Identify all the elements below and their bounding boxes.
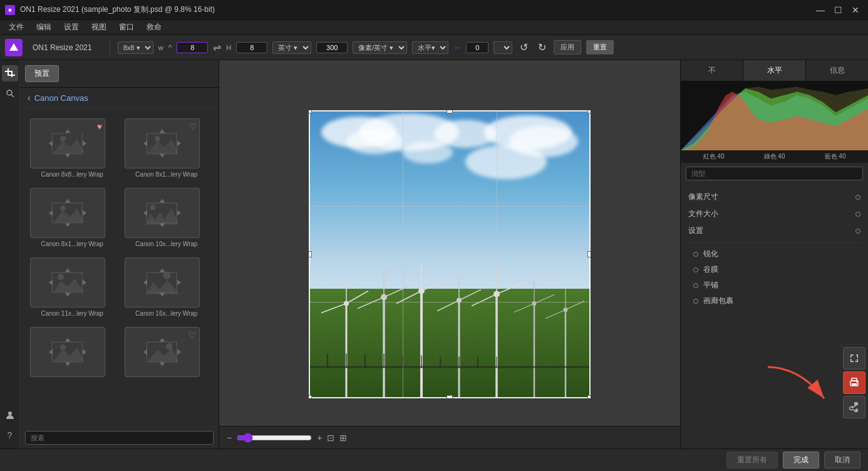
zoom-actual-icon[interactable]: ⊞	[339, 433, 347, 443]
svg-rect-64	[147, 272, 177, 274]
done-button[interactable]: 完成	[783, 452, 819, 468]
magnify-tool-icon[interactable]	[2, 85, 18, 101]
close-button[interactable]: ✕	[848, 4, 863, 16]
info-list: 像素尺寸 文件大小 设置 锐化 谷膜 平铺	[681, 184, 868, 313]
reset-all-button[interactable]: 重置所有	[726, 452, 778, 468]
svg-rect-22	[147, 153, 177, 154]
w-label: w	[158, 44, 163, 51]
info-row-settings[interactable]: 设置	[686, 223, 863, 239]
sub-row-grain[interactable]: 谷膜	[686, 262, 863, 277]
cloud-8	[465, 145, 547, 179]
dpi-input[interactable]	[316, 42, 348, 53]
menu-settings[interactable]: 设置	[58, 21, 85, 34]
maximize-button[interactable]: ☐	[830, 4, 845, 16]
pixel-size-label: 像素尺寸	[688, 192, 853, 202]
menu-help[interactable]: 救命	[140, 21, 168, 34]
preset-item-6[interactable]: Canon 16x...lery Wrap	[120, 252, 214, 322]
preset-item-8[interactable]: ♡	[120, 322, 214, 385]
handle-bl[interactable]	[309, 395, 312, 398]
person-icon[interactable]	[2, 407, 18, 423]
dpi-unit-select[interactable]: 像素/英寸 ▾	[353, 41, 407, 54]
unit-select[interactable]: 英寸 ▾	[272, 41, 311, 54]
size-preset-select[interactable]: 8x8 ▾	[118, 41, 153, 54]
rotate-ccw-button[interactable]: ↺	[517, 40, 530, 54]
cancel-button[interactable]: 取消	[824, 452, 860, 468]
handle-mr[interactable]	[587, 251, 591, 257]
handle-br[interactable]	[587, 395, 591, 398]
preset-item-7[interactable]	[25, 322, 120, 385]
search-input[interactable]	[25, 431, 214, 445]
toolbar-separator-1	[110, 40, 110, 55]
share-icon-btn[interactable]	[843, 396, 865, 418]
orientation-value-input[interactable]	[466, 42, 488, 53]
svg-line-123	[534, 295, 554, 304]
preset-thumb-8: ♡	[125, 327, 200, 377]
tile-label: 平铺	[703, 280, 718, 291]
sub-row-tile[interactable]: 平铺	[686, 278, 863, 292]
zoom-fit-icon[interactable]: ⊡	[327, 433, 334, 443]
svg-rect-44	[147, 222, 177, 224]
crop-tool-icon[interactable]	[2, 65, 18, 81]
expand-icon-btn[interactable]	[843, 347, 865, 370]
svg-point-148	[855, 410, 857, 411]
orientation-select[interactable]: 水平▾	[412, 41, 448, 54]
handle-ml[interactable]	[309, 251, 312, 257]
tab-bu[interactable]: 不	[681, 60, 743, 81]
menu-window[interactable]: 窗口	[113, 21, 140, 34]
info-row-pixel-size[interactable]: 像素尺寸	[686, 189, 863, 205]
svg-line-117	[472, 294, 497, 306]
canvas-area[interactable]: − + ⊡ ⊞	[219, 60, 680, 448]
svg-rect-8	[53, 133, 64, 135]
back-nav[interactable]: ‹ Canon Canvas	[20, 88, 219, 108]
minimize-button[interactable]: —	[813, 4, 828, 16]
tab-shuiping[interactable]: 水平	[743, 60, 806, 81]
print-icon-btn[interactable]	[843, 371, 865, 394]
menu-view[interactable]: 视图	[85, 21, 113, 34]
rotate-cw-button[interactable]: ↻	[535, 40, 549, 54]
handle-tl[interactable]	[309, 110, 312, 113]
zoom-slider[interactable]	[237, 433, 312, 443]
svg-rect-89	[176, 342, 177, 363]
type-input[interactable]	[686, 167, 863, 180]
file-size-label: 文件大小	[688, 209, 853, 219]
svg-line-127	[545, 310, 566, 319]
svg-point-146	[855, 403, 857, 405]
back-arrow-icon: ‹	[28, 93, 31, 103]
pixel-size-dot	[855, 195, 860, 200]
degree-select[interactable]: ▾	[493, 41, 512, 54]
sub-row-gallery-wrap[interactable]: 画廊包裹	[686, 294, 863, 308]
sub-row-sharpen[interactable]: 锐化	[686, 247, 863, 261]
canvas-container	[309, 110, 591, 398]
heart-outline-8: ♡	[189, 330, 197, 340]
svg-point-41	[150, 205, 155, 210]
menu-bar: 文件 编辑 设置 视图 窗口 救命	[0, 20, 868, 35]
width-input[interactable]	[177, 42, 208, 53]
apply-button[interactable]: 应用	[554, 40, 581, 54]
tab-xinxi[interactable]: 信息	[806, 60, 868, 81]
svg-line-118	[497, 284, 522, 294]
menu-edit[interactable]: 编辑	[30, 21, 58, 34]
preset-item-2[interactable]: ♡ Canon 8x1...lery Wrap	[120, 113, 214, 183]
preset-item-3[interactable]: Canon 8x1...lery Wrap	[25, 183, 120, 252]
reset-button[interactable]: 重置	[586, 40, 614, 54]
question-icon[interactable]: ?	[2, 427, 18, 443]
toolbar-logo	[5, 39, 23, 56]
handle-tm[interactable]	[447, 110, 453, 113]
canvas-bottom-bar: − + ⊡ ⊞	[219, 426, 680, 448]
menu-file[interactable]: 文件	[3, 21, 30, 34]
histogram-area	[681, 81, 868, 150]
handle-tr[interactable]	[587, 110, 591, 113]
title-text: ON1 Resize 2021 (sample_photo 复制.psd @ 9…	[20, 4, 813, 15]
preset-item-1[interactable]: ♥ Canon 8x8...lery Wrap	[25, 113, 120, 183]
preset-thumb-7	[30, 327, 105, 377]
height-input[interactable]	[236, 42, 267, 53]
preset-item-5[interactable]: Canon 11x...lery Wrap	[25, 252, 120, 322]
handle-bm[interactable]	[447, 395, 453, 398]
sharpen-dot	[693, 252, 698, 257]
preset-button[interactable]: 预置	[25, 65, 59, 82]
left-sidebar: ? 预置 ‹ Canon Canvas	[0, 60, 219, 448]
svg-line-122	[514, 304, 534, 313]
preset-item-4[interactable]: Canon 10x...lery Wrap	[120, 183, 214, 252]
canvas-image	[309, 110, 591, 398]
info-row-file-size[interactable]: 文件大小	[686, 206, 863, 222]
